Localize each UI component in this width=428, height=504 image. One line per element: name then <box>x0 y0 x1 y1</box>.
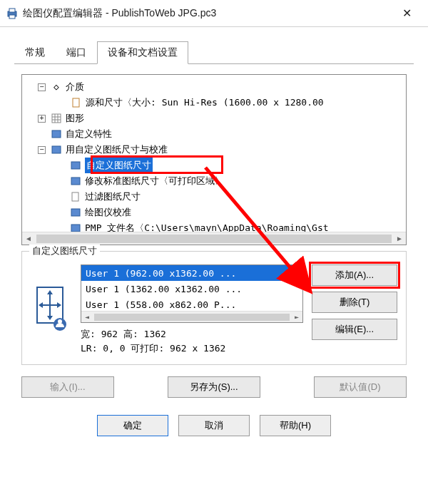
tree-node-source-size[interactable]: 源和尺寸〈大小: Sun Hi-Res (1600.00 x 1280.00 <box>26 95 403 110</box>
tab-ports[interactable]: 端口 <box>56 41 97 64</box>
diamond-icon: ◇ <box>50 79 63 95</box>
settings-tree[interactable]: − ◇ 介质 源和尺寸〈大小: Sun Hi-Res (1600.00 x 12… <box>22 75 406 240</box>
tree-label: 绘图仪校准 <box>85 205 131 220</box>
grid-icon <box>50 113 63 123</box>
tree-label: 自定义图纸尺寸 <box>85 158 153 173</box>
scroll-thumb[interactable] <box>94 314 290 321</box>
scroll-left-icon[interactable]: ◄ <box>22 232 35 245</box>
config-icon <box>69 176 82 186</box>
config-icon <box>69 160 82 170</box>
svg-rect-10 <box>71 209 80 216</box>
scroll-thumb[interactable] <box>36 235 392 243</box>
printable-info-line: LR: 0, 0 可打印: 962 x 1362 <box>81 341 303 356</box>
tree-label: 修改标准图纸尺寸〈可打印区域〉 <box>85 173 224 189</box>
tab-device-doc-settings[interactable]: 设备和文档设置 <box>97 41 188 64</box>
tree-node-media[interactable]: − ◇ 介质 <box>26 79 403 95</box>
tab-strip: 常规 端口 设备和文档设置 <box>0 27 428 64</box>
svg-rect-9 <box>72 192 78 201</box>
svg-rect-1 <box>9 9 15 12</box>
add-button[interactable]: 添加(A)... <box>312 264 397 286</box>
page-icon <box>70 98 83 108</box>
scroll-right-icon[interactable]: ► <box>291 313 302 321</box>
tree-node-custom-paper-size[interactable]: 自定义图纸尺寸 <box>26 158 403 173</box>
tree-node-filter-size[interactable]: 过滤图纸尺寸 <box>26 189 403 205</box>
tree-node-graphics[interactable]: + 图形 <box>26 110 403 126</box>
svg-rect-7 <box>71 162 80 169</box>
svg-rect-2 <box>9 15 15 19</box>
help-button[interactable]: 帮助(H) <box>260 415 331 436</box>
ok-button[interactable]: 确定 <box>97 415 168 436</box>
default-button[interactable]: 默认值(D) <box>314 376 407 398</box>
tree-node-plotter-calib[interactable]: 绘图仪校准 <box>26 205 403 220</box>
settings-tree-panel: − ◇ 介质 源和尺寸〈大小: Sun Hi-Res (1600.00 x 12… <box>21 74 407 245</box>
expand-icon[interactable]: + <box>38 115 46 123</box>
tree-node-modify-std-size[interactable]: 修改标准图纸尺寸〈可打印区域〉 <box>26 173 403 189</box>
paper-size-list[interactable]: User 1 (962.00 x1362.00 ... User 1 (1362… <box>81 264 303 323</box>
tab-general[interactable]: 常规 <box>14 41 56 64</box>
close-icon[interactable]: ✕ <box>391 0 422 27</box>
scroll-left-icon[interactable]: ◄ <box>81 313 93 321</box>
scroll-right-icon[interactable]: ► <box>393 232 406 245</box>
edit-button[interactable]: 编辑(E)... <box>312 319 397 340</box>
tree-label: 图形 <box>66 110 84 126</box>
collapse-icon[interactable]: − <box>38 83 46 91</box>
list-item[interactable]: User 1 (962.00 x1362.00 ... <box>81 265 302 281</box>
svg-rect-4 <box>52 114 61 123</box>
custom-paper-size-group: 自定义图纸尺寸 User 1 (962.00 x1362.00 ... User… <box>21 251 407 365</box>
horizontal-scrollbar[interactable]: ◄ ► <box>22 232 406 245</box>
printer-icon <box>6 7 19 20</box>
svg-rect-8 <box>71 178 80 185</box>
svg-rect-5 <box>52 130 61 138</box>
save-as-button[interactable]: 另存为(S)... <box>168 376 260 398</box>
tree-label: 用自定义图纸尺寸与校准 <box>66 142 168 158</box>
tree-label: 源和尺寸〈大小: Sun Hi-Res (1600.00 x 1280.00 <box>86 95 324 110</box>
svg-rect-6 <box>52 146 61 153</box>
tree-node-custom-size-calib[interactable]: − 用自定义图纸尺寸与校准 <box>26 142 403 158</box>
horizontal-scrollbar[interactable]: ◄ ► <box>81 311 302 322</box>
tree-label: 介质 <box>66 79 84 95</box>
config-icon <box>50 145 63 155</box>
paper-size-icon <box>31 282 72 334</box>
page-icon <box>69 192 82 202</box>
config-icon <box>50 129 63 139</box>
group-title: 自定义图纸尺寸 <box>29 245 100 257</box>
list-item[interactable]: User 1 (1362.00 x1362.00 ... <box>81 281 302 297</box>
window-title: 绘图仪配置编辑器 - PublishToWeb JPG.pc3 <box>23 7 391 20</box>
input-button[interactable]: 输入(I)... <box>21 376 114 398</box>
size-info-line: 宽: 962 高: 1362 <box>81 327 303 341</box>
config-icon <box>69 207 82 217</box>
tree-label: 过滤图纸尺寸 <box>85 189 141 205</box>
svg-rect-3 <box>73 98 79 107</box>
tree-label: 自定义特性 <box>66 126 112 142</box>
cancel-button[interactable]: 取消 <box>178 415 250 436</box>
collapse-icon[interactable]: − <box>38 146 46 154</box>
list-item[interactable]: User 1 (558.00 x862.00 P... <box>81 297 302 312</box>
svg-rect-11 <box>71 225 80 232</box>
delete-button[interactable]: 删除(T) <box>312 292 397 313</box>
tree-node-custom-props[interactable]: 自定义特性 <box>26 126 403 142</box>
